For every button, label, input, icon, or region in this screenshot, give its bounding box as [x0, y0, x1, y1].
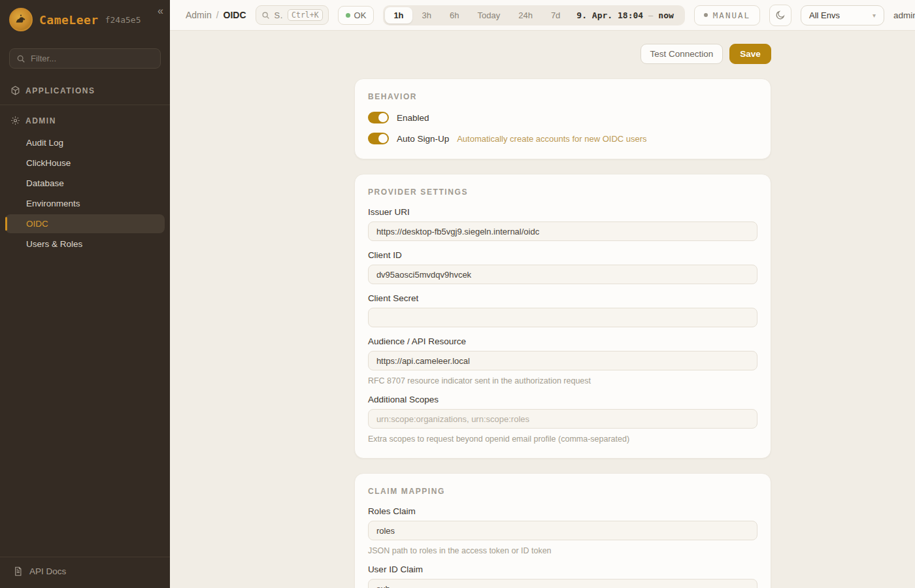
global-search[interactable]: S… Ctrl+K: [256, 5, 329, 25]
breadcrumb: Admin / OIDC: [186, 10, 246, 20]
time-range-7d[interactable]: 7d: [542, 7, 569, 24]
cube-icon: [10, 86, 20, 95]
status-dot-icon: [346, 13, 350, 18]
api-docs-label: API Docs: [29, 566, 66, 576]
breadcrumb-admin[interactable]: Admin: [186, 10, 212, 20]
enabled-label: Enabled: [397, 113, 429, 123]
manual-label: MANUAL: [713, 10, 750, 20]
auto-signup-description: Automatically create accounts for new OI…: [457, 134, 646, 144]
provider-settings-card: PROVIDER SETTINGS Issuer URI Client ID C…: [354, 174, 771, 459]
auto-signup-label: Auto Sign-Up: [397, 134, 449, 144]
client-secret-label: Client Secret: [368, 293, 757, 303]
time-range-display[interactable]: 9. Apr. 18:04 – now: [570, 10, 682, 20]
client-id-input[interactable]: [368, 265, 757, 284]
sidebar-section-admin[interactable]: ADMIN: [0, 109, 170, 132]
roles-claim-input[interactable]: [368, 521, 757, 540]
sidebar: CameLeer f24a5e5 « APPLICATIONS: [0, 0, 170, 588]
time-range-24h[interactable]: 24h: [510, 7, 541, 24]
time-range-3h[interactable]: 3h: [414, 7, 440, 24]
client-secret-input[interactable]: [368, 308, 757, 327]
sidebar-item-users-roles[interactable]: Users & Roles: [5, 235, 165, 253]
user-id-claim-input[interactable]: [368, 579, 757, 588]
chevron-down-icon: ▾: [873, 12, 876, 19]
content-area: Test Connection Save BEHAVIOR Enabled Au…: [170, 31, 915, 588]
status-label: OK: [354, 10, 367, 20]
sidebar-section-applications[interactable]: APPLICATIONS: [0, 79, 170, 102]
behavior-card: BEHAVIOR Enabled Auto Sign-Up Automatica…: [354, 78, 771, 159]
additional-scopes-help: Extra scopes to request beyond openid em…: [368, 434, 757, 444]
environment-value: All Envs: [809, 10, 840, 20]
breadcrumb-current: OIDC: [224, 10, 246, 20]
audience-input[interactable]: [368, 351, 757, 370]
time-from: 9. Apr. 18:04: [576, 10, 643, 20]
client-id-label: Client ID: [368, 250, 757, 260]
search-placeholder: S…: [274, 10, 283, 20]
sidebar-filter[interactable]: [9, 48, 161, 69]
issuer-uri-input[interactable]: [368, 221, 757, 241]
roles-claim-help: JSON path to roles in the access token o…: [368, 546, 757, 555]
sidebar-header: CameLeer f24a5e5 «: [0, 0, 170, 41]
breadcrumb-separator: /: [216, 10, 219, 20]
document-icon: [13, 566, 23, 576]
sidebar-filter-input[interactable]: [31, 54, 154, 63]
time-range-1h[interactable]: 1h: [385, 7, 412, 24]
time-range-today[interactable]: Today: [469, 7, 508, 24]
time-range-group: 1h 3h 6h Today 24h 7d 9. Apr. 18:04 – no…: [383, 5, 684, 25]
sidebar-item-clickhouse[interactable]: ClickHouse: [5, 154, 165, 172]
search-icon: [16, 54, 25, 63]
audience-label: Audience / API Resource: [368, 336, 757, 346]
time-separator: –: [648, 10, 653, 20]
brand-version: f24a5e5: [105, 15, 141, 25]
manual-dot-icon: [704, 13, 708, 17]
sidebar-item-audit-log[interactable]: Audit Log: [5, 133, 165, 152]
brand-logo: [9, 8, 33, 31]
section-label: APPLICATIONS: [25, 86, 95, 95]
topbar: Admin / OIDC S… Ctrl+K OK 1h 3h 6h Today…: [170, 0, 915, 31]
audience-help: RFC 8707 resource indicator sent in the …: [368, 376, 757, 385]
dark-mode-toggle[interactable]: [769, 5, 791, 26]
sidebar-divider: [0, 105, 170, 105]
environment-select[interactable]: All Envs ▾: [801, 5, 884, 25]
claim-mapping-card: CLAIM MAPPING Roles Claim JSON path to r…: [354, 473, 771, 588]
sidebar-item-oidc[interactable]: OIDC: [5, 214, 165, 233]
username-label: admin: [893, 10, 915, 20]
card-title: PROVIDER SETTINGS: [368, 188, 757, 197]
camel-icon: [14, 12, 28, 27]
save-button[interactable]: Save: [729, 44, 771, 64]
sidebar-api-docs[interactable]: API Docs: [0, 557, 170, 588]
admin-nav: Audit Log ClickHouse Database Environmen…: [0, 132, 170, 255]
search-icon: [261, 11, 270, 20]
enabled-toggle[interactable]: [368, 112, 389, 123]
card-title: BEHAVIOR: [368, 92, 757, 101]
moon-icon: [775, 10, 786, 20]
roles-claim-label: Roles Claim: [368, 506, 757, 516]
search-shortcut: Ctrl+K: [288, 9, 323, 21]
issuer-uri-label: Issuer URI: [368, 207, 757, 217]
auto-signup-toggle[interactable]: [368, 133, 389, 144]
time-range-6h[interactable]: 6h: [441, 7, 467, 24]
additional-scopes-label: Additional Scopes: [368, 395, 757, 404]
card-title: CLAIM MAPPING: [368, 487, 757, 496]
user-id-claim-label: User ID Claim: [368, 564, 757, 574]
gear-icon: [10, 116, 20, 125]
sidebar-item-database[interactable]: Database: [5, 174, 165, 193]
test-connection-button[interactable]: Test Connection: [640, 44, 724, 64]
sidebar-item-environments[interactable]: Environments: [5, 194, 165, 213]
time-to: now: [658, 10, 673, 20]
brand-name: CameLeer: [39, 13, 99, 27]
status-badge[interactable]: OK: [338, 6, 374, 25]
additional-scopes-input[interactable]: [368, 409, 757, 429]
sidebar-collapse-button[interactable]: «: [158, 5, 163, 17]
section-label: ADMIN: [25, 116, 56, 125]
refresh-mode-button[interactable]: MANUAL: [694, 5, 760, 25]
